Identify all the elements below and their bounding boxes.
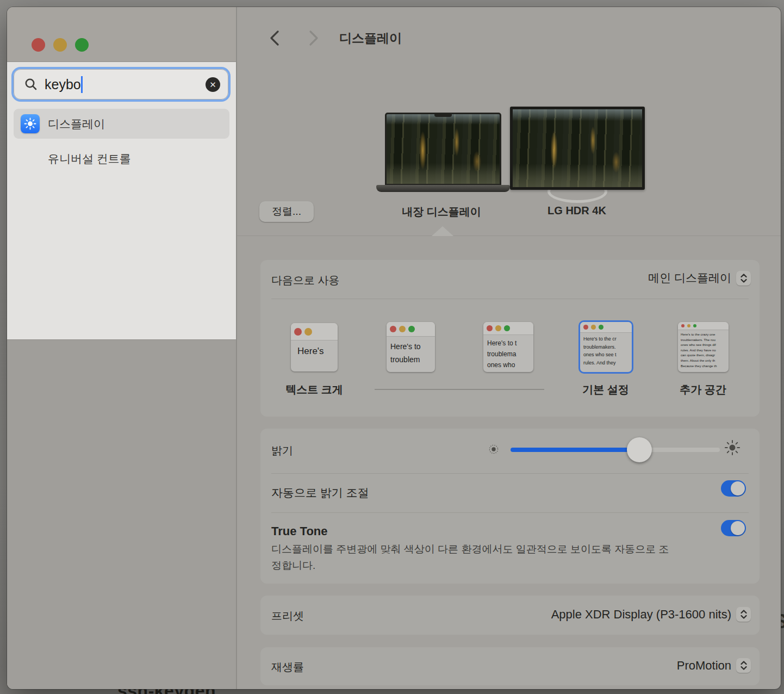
display-settings-card: 다음으로 사용 메인 디스플레이 Here's Here's totrouble… [260,260,760,417]
chevron-up-down-icon [736,658,751,673]
chevron-up-down-icon [736,271,751,286]
green-dot-icon [408,326,415,332]
mini-window-text: Here's totroublem [387,337,435,366]
scaling-option-3[interactable]: Here's to ttroublemaones who [483,322,533,372]
row-divider [271,473,749,474]
brightness-card: 밝기 자동으로 밝기 조절 True Tone 디스플레이를 주변광에 맞춰 색… [260,429,760,584]
refresh-rate-label: 재생률 [271,660,304,674]
yellow-dot-icon [495,325,501,331]
use-as-value: 메인 디스플레이 [648,270,731,286]
preset-dropdown[interactable]: Apple XDR Display (P3-1600 nits) [551,607,751,622]
system-settings-window: keybo ✕ 디스플레이 [7,7,781,689]
close-window-button[interactable] [32,38,45,52]
text-cursor [81,76,83,93]
true-tone-label: True Tone [271,524,328,538]
search-input[interactable]: keybo ✕ [14,69,228,100]
mini-window-titlebar [580,322,632,333]
brightness-slider-knob[interactable] [627,437,652,462]
back-button[interactable] [264,28,285,48]
auto-brightness-toggle[interactable] [721,480,746,497]
sidebar: keybo ✕ 디스플레이 [7,7,236,689]
brightness-slider[interactable] [511,448,720,452]
forward-button[interactable] [303,28,324,48]
red-dot-icon [583,325,588,330]
search-result-display[interactable]: 디스플레이 [14,109,229,139]
row-divider [271,512,749,513]
laptop-base [376,185,510,192]
red-dot-icon [294,328,302,336]
search-icon [24,77,38,91]
mini-window-text: Here's to the crazy onetroublemakers. Th… [678,330,729,368]
page-title: 디스플레이 [339,30,402,47]
search-results-panel: keybo ✕ 디스플레이 [7,61,236,340]
yellow-dot-icon [399,326,406,332]
true-tone-toggle[interactable] [721,520,746,536]
minimize-window-button[interactable] [53,38,67,52]
green-dot-icon [693,324,696,327]
green-dot-icon [504,325,510,331]
mini-window-titlebar [678,322,729,330]
search-result-label: 유니버설 컨트롤 [48,151,131,166]
green-dot-icon [599,325,603,330]
row-divider [271,299,749,299]
use-as-dropdown[interactable]: 메인 디스플레이 [648,270,751,286]
mini-window-text: Here's to the crtroublemakers.ones who s… [580,333,632,367]
scaling-label-default: 기본 설정 [565,382,646,397]
scaling-option-more-space[interactable]: Here's to the crazy onetroublemakers. Th… [678,322,729,372]
refresh-rate-value: ProMotion [677,659,731,673]
scaling-middle-line [375,389,544,390]
search-value: keybo [45,77,81,92]
scaling-label-more-space: 추가 공간 [662,382,744,397]
brightness-label: 밝기 [271,443,293,458]
red-dot-icon [487,325,493,331]
laptop-notch [434,114,452,117]
red-dot-icon [390,326,396,332]
refresh-rate-dropdown[interactable]: ProMotion [677,658,751,673]
auto-brightness-label: 자동으로 밝기 조절 [271,485,369,500]
preset-card: 프리셋 Apple XDR Display (P3-1600 nits) [260,596,760,635]
toggle-knob [731,481,745,495]
preset-label: 프리셋 [271,609,304,623]
mini-window-text: Here's [291,340,338,357]
display-brightness-icon [21,114,40,133]
scaling-option-default[interactable]: Here's to the crtroublemakers.ones who s… [580,322,632,372]
brightness-high-icon [724,439,741,456]
external-display-label: LG HDR 4K [509,205,645,217]
builtin-display-label: 내장 디스플레이 [374,205,509,219]
brightness-low-icon [488,443,500,455]
mini-window-titlebar [483,322,533,335]
brightness-slider-fill [511,448,639,452]
builtin-display-thumbnail[interactable] [385,113,501,185]
preset-value: Apple XDR Display (P3-1600 nits) [551,608,731,622]
section-divider [237,236,781,236]
use-as-label: 다음으로 사용 [271,273,340,288]
yellow-dot-icon [304,328,312,336]
mini-window-titlebar [291,323,338,340]
scaling-option-2[interactable]: Here's totroublem [387,322,435,372]
refresh-rate-card: 재생률 ProMotion [260,647,760,685]
zoom-window-button[interactable] [75,38,89,52]
clear-search-button[interactable]: ✕ [206,77,220,92]
search-result-label: 디스플레이 [48,116,105,132]
external-display-thumbnail[interactable] [510,107,645,190]
arrange-button[interactable]: 정렬... [259,201,314,222]
toggle-knob [731,521,745,535]
main-panel: 디스플레이 내장 디스플레이 LG HDR 4K 정렬... 다음으로 사용 메… [237,7,781,689]
scaling-option-larger-text[interactable]: Here's [291,323,338,371]
chevron-up-down-icon [736,607,751,622]
traffic-lights [32,38,89,52]
mini-window-titlebar [387,322,435,337]
scaling-label-larger-text: 텍스트 크게 [273,382,355,397]
selected-display-caret [432,226,453,236]
true-tone-description: 디스플레이를 주변광에 맞춰 색상이 다른 환경에서도 일관적으로 보이도록 자… [271,541,678,574]
yellow-dot-icon [687,324,690,327]
yellow-dot-icon [591,325,596,330]
red-dot-icon [681,324,685,327]
mini-window-text: Here's to ttroublemaones who [483,335,533,370]
search-result-universal-control[interactable]: 유니버설 컨트롤 [14,144,229,174]
